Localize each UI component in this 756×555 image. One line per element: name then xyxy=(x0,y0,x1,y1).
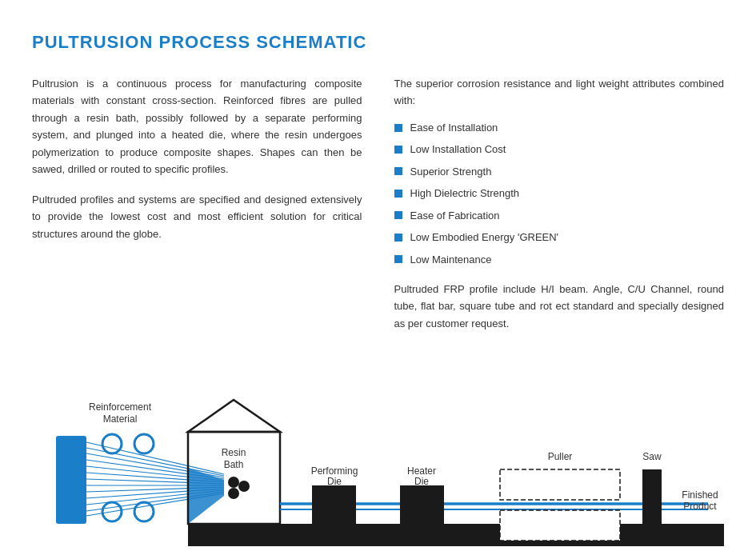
right-footer: Pultruded FRP profile include H/I beam. … xyxy=(394,281,725,332)
svg-marker-26 xyxy=(188,400,280,432)
svg-rect-3 xyxy=(56,436,86,524)
list-item: Low Embodied Energy 'GREEN' xyxy=(394,229,725,246)
left-column: Pultrusion is a continuous process for m… xyxy=(32,75,362,332)
list-item-label: Ease of Fabrication xyxy=(410,207,500,224)
list-item-label: Low Embodied Energy 'GREEN' xyxy=(410,229,559,246)
content-columns: Pultrusion is a continuous process for m… xyxy=(32,75,724,332)
list-item: Superior Strength xyxy=(394,163,725,180)
bullet-icon xyxy=(394,124,402,132)
svg-text:Puller: Puller xyxy=(548,451,573,462)
list-item: Low Maintenance xyxy=(394,251,725,268)
svg-point-22 xyxy=(228,477,239,488)
svg-text:Performing: Performing xyxy=(311,465,358,477)
right-column: The superior corrosion resistance and li… xyxy=(394,75,725,332)
svg-point-18 xyxy=(134,434,154,453)
svg-rect-41 xyxy=(642,469,662,524)
svg-rect-39 xyxy=(500,510,620,541)
bullet-icon xyxy=(394,234,402,242)
svg-text:Heater: Heater xyxy=(407,465,436,477)
svg-text:Saw: Saw xyxy=(642,451,662,462)
page: PULTRUSION PROCESS SCHEMATIC Pultrusion … xyxy=(0,0,756,555)
list-item: Low Installation Cost xyxy=(394,141,725,158)
svg-point-20 xyxy=(134,502,154,521)
svg-point-24 xyxy=(228,488,239,499)
page-title: PULTRUSION PROCESS SCHEMATIC xyxy=(32,32,724,53)
bullet-icon xyxy=(394,146,402,154)
left-para-1: Pultrusion is a continuous process for m… xyxy=(32,75,362,178)
list-item-label: Low Maintenance xyxy=(410,251,492,268)
svg-point-17 xyxy=(102,434,122,453)
bullet-icon xyxy=(394,211,402,219)
bullet-icon xyxy=(394,190,402,198)
svg-text:Finished: Finished xyxy=(682,489,718,501)
bullet-icon xyxy=(394,167,402,175)
list-item: High Dielectric Strength xyxy=(394,185,725,202)
schematic-diagram: Reinforcement Material xyxy=(32,348,724,555)
svg-point-23 xyxy=(238,481,250,492)
svg-rect-0 xyxy=(188,524,724,546)
schematic-svg: Reinforcement Material xyxy=(32,348,724,555)
features-list: Ease of InstallationLow Installation Cos… xyxy=(394,119,725,268)
svg-text:Bath: Bath xyxy=(224,459,244,470)
list-item-label: Ease of Installation xyxy=(410,119,498,136)
right-intro: The superior corrosion resistance and li… xyxy=(394,75,725,110)
list-item-label: Low Installation Cost xyxy=(410,141,506,158)
svg-text:Material: Material xyxy=(103,413,138,425)
svg-text:Product: Product xyxy=(683,501,717,512)
list-item-label: High Dielectric Strength xyxy=(410,185,520,202)
svg-rect-38 xyxy=(500,469,620,500)
list-item: Ease of Fabrication xyxy=(394,207,725,224)
left-para-2: Pultruded profiles and systems are speci… xyxy=(32,191,362,242)
svg-text:Die: Die xyxy=(414,476,429,487)
list-item: Ease of Installation xyxy=(394,119,725,136)
svg-text:Reinforcement: Reinforcement xyxy=(89,401,152,413)
list-item-label: Superior Strength xyxy=(410,163,492,180)
svg-rect-34 xyxy=(400,485,444,524)
svg-text:Resin: Resin xyxy=(222,447,246,458)
svg-rect-31 xyxy=(312,485,356,524)
bullet-icon xyxy=(394,255,402,263)
svg-text:Die: Die xyxy=(327,476,342,487)
